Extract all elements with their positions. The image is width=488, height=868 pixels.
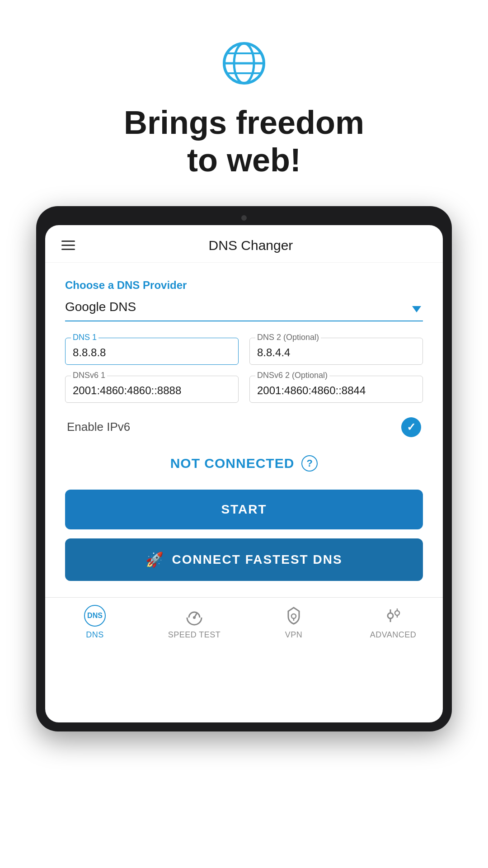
rocket-icon: 🚀 [145,551,164,568]
app-header: DNS Changer [45,225,443,263]
app-title: DNS Changer [75,238,427,253]
hero-section: Brings freedom to web! [0,0,488,206]
advanced-nav-icon [382,605,404,627]
hero-title: Brings freedom to web! [124,104,364,179]
svg-point-7 [193,616,196,619]
nav-advanced-label: ADVANCED [370,630,417,640]
hamburger-line-1 [61,241,75,242]
nav-tab-vpn[interactable]: VPN [244,605,343,640]
dnsv6-1-value: 2001:4860:4860::8888 [73,381,231,397]
ipv6-row: Enable IPv6 [65,417,423,437]
bottom-navigation: DNS DNS SPEED TEST [45,597,443,644]
connect-fastest-dns-button[interactable]: 🚀 CONNECT FASTEST DNS [65,538,423,581]
tablet-frame: DNS Changer Choose a DNS Provider Google… [36,206,452,731]
dns-provider-section-label: Choose a DNS Provider [65,279,423,292]
dns1-field[interactable]: DNS 1 8.8.8.8 [65,338,239,365]
app-content: Choose a DNS Provider Google DNS DNS 1 8… [45,263,443,597]
ipv6-checkbox[interactable] [401,417,421,437]
dns-provider-value: Google DNS [65,298,423,316]
dns2-value: 8.8.4.4 [257,343,415,359]
globe-icon [221,41,267,86]
menu-button[interactable] [61,241,75,250]
nav-speed-test-label: SPEED TEST [168,630,221,640]
nav-tab-speed-test[interactable]: SPEED TEST [145,605,244,640]
nav-vpn-label: VPN [285,630,303,640]
hamburger-line-3 [61,249,75,250]
svg-point-11 [395,611,399,615]
vpn-nav-icon [283,605,305,627]
dns-circle-icon: DNS [84,605,106,627]
dnsv6-1-label: DNSv6 1 [71,371,107,380]
nav-tab-advanced[interactable]: ADVANCED [343,605,443,640]
dns-nav-icon: DNS [84,605,106,627]
dns1-label: DNS 1 [71,333,99,342]
chevron-down-icon [412,306,421,312]
nav-dns-label: DNS [86,630,104,640]
tablet-camera [241,215,247,221]
svg-point-10 [388,613,393,618]
hamburger-line-2 [61,245,75,246]
dns-inputs-grid: DNS 1 8.8.8.8 DNS 2 (Optional) 8.8.4.4 D… [65,338,423,403]
nav-tab-dns[interactable]: DNS DNS [45,605,145,640]
dnsv6-2-value: 2001:4860:4860::8844 [257,381,415,397]
dnsv6-2-field[interactable]: DNSv6 2 (Optional) 2001:4860:4860::8844 [249,376,423,403]
connect-fastest-label: CONNECT FASTEST DNS [172,552,342,567]
connection-status-text: NOT CONNECTED [170,456,295,471]
ipv6-label: Enable IPv6 [67,420,130,434]
svg-point-8 [291,614,296,618]
dnsv6-1-field[interactable]: DNSv6 1 2001:4860:4860::8888 [65,376,239,403]
dns2-label: DNS 2 (Optional) [255,333,321,342]
dnsv6-2-label: DNSv6 2 (Optional) [255,371,329,380]
dns1-value: 8.8.8.8 [73,343,231,359]
tablet-screen: DNS Changer Choose a DNS Provider Google… [45,225,443,722]
info-icon[interactable]: ? [301,455,318,472]
dns-provider-dropdown[interactable]: Google DNS [65,298,423,321]
connection-status-row: NOT CONNECTED ? [65,455,423,472]
dns2-field[interactable]: DNS 2 (Optional) 8.8.4.4 [249,338,423,365]
speedtest-nav-icon [183,605,205,627]
start-button[interactable]: START [65,490,423,529]
